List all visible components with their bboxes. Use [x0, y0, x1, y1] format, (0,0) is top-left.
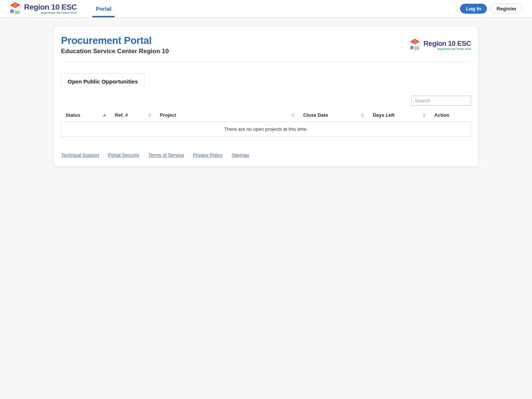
logo-tagline-text: Experience the Power of 10 — [437, 48, 471, 50]
sort-icon[interactable] — [361, 113, 364, 117]
page-subtitle: Education Service Center Region 10 — [61, 48, 169, 55]
sort-icon[interactable] — [423, 113, 426, 117]
tab-open-public-opportunities[interactable]: Open Public Opportunities — [61, 73, 144, 89]
top-nav-bar: R 10 Region 10 ESC Experience the Power … — [0, 0, 532, 18]
main-nav: Portal — [92, 0, 115, 17]
procurement-portal-card: Procurement Portal Education Service Cen… — [53, 26, 479, 167]
column-header-action: Action — [430, 109, 471, 122]
svg-text:R: R — [10, 8, 14, 14]
link-terms-of-service[interactable]: Terms of Service — [148, 152, 184, 158]
empty-state-message: There are no open projects at this time. — [61, 122, 471, 137]
link-sitemap[interactable]: Sitemap — [232, 152, 249, 158]
auth-buttons: Log In Register — [460, 0, 522, 17]
column-header-days-left[interactable]: Days Left — [368, 109, 430, 122]
logo-brand-text: Region 10 ESC — [423, 40, 471, 47]
card-footer-links: Technical Support Portal Security Terms … — [61, 152, 471, 158]
table-header-row: Status Ref. # Project — [61, 109, 471, 122]
link-technical-support[interactable]: Technical Support — [61, 152, 99, 158]
log-in-button[interactable]: Log In — [460, 4, 487, 14]
page-content: Procurement Portal Education Service Cen… — [0, 26, 532, 167]
link-portal-security[interactable]: Portal Security — [108, 152, 139, 158]
empty-state-row: There are no open projects at this time. — [61, 122, 471, 137]
sort-ascending-icon[interactable] — [103, 114, 106, 116]
logo-brand-text: Region 10 ESC — [24, 3, 77, 11]
header-divider — [61, 62, 471, 62]
link-privacy-policy[interactable]: Privacy Policy — [193, 152, 223, 158]
page-title: Procurement Portal — [61, 35, 169, 47]
svg-text:10: 10 — [15, 10, 20, 14]
region10-cube-icon: R 10 — [9, 2, 21, 16]
opportunities-table: Status Ref. # Project — [61, 109, 471, 137]
logo-tagline-text: Experience the Power of 10 — [41, 11, 77, 14]
region10-logo-card: R 10 Region 10 ESC Experience the Power … — [409, 38, 471, 52]
region10-cube-icon: R 10 — [409, 38, 421, 52]
svg-text:R: R — [410, 45, 414, 51]
nav-item-portal[interactable]: Portal — [92, 0, 115, 17]
search-input[interactable] — [411, 96, 471, 106]
column-header-close-date[interactable]: Close Date — [299, 109, 369, 122]
sort-icon[interactable] — [291, 113, 294, 117]
register-button[interactable]: Register — [491, 4, 522, 14]
svg-text:10: 10 — [415, 46, 419, 50]
column-header-ref[interactable]: Ref. # — [110, 109, 156, 122]
sort-icon[interactable] — [148, 113, 151, 117]
column-header-status[interactable]: Status — [61, 109, 110, 122]
column-header-project[interactable]: Project — [156, 109, 299, 122]
region10-logo[interactable]: R 10 Region 10 ESC Experience the Power … — [9, 2, 77, 16]
